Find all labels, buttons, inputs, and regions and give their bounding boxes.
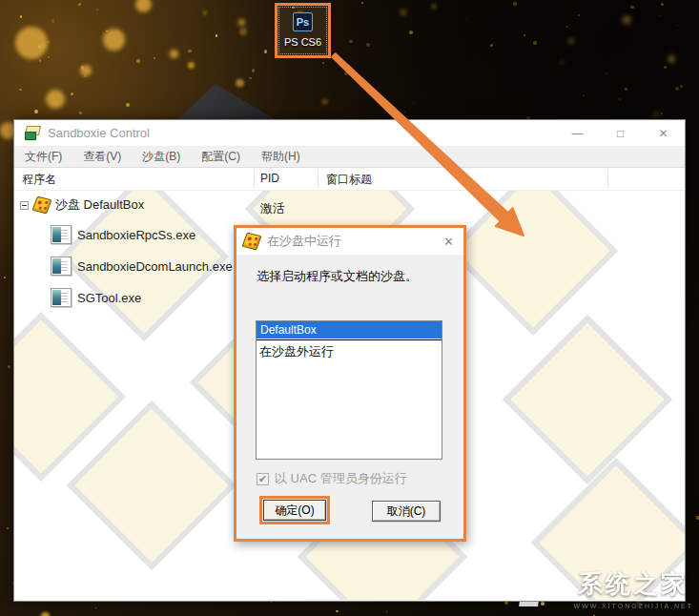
site-logo-icon [513, 566, 563, 610]
process-name: SGTool.exe [77, 291, 141, 305]
close-button[interactable]: ✕ [642, 120, 685, 146]
watermark-colon-dots [566, 583, 570, 595]
window-titlebar[interactable]: Sandboxie Control — □ ✕ [14, 120, 685, 146]
tree-item-process[interactable]: SandboxieDcomLaunch.exe [51, 257, 233, 276]
process-name: SandboxieRpcSs.exe [77, 228, 195, 242]
column-separator [318, 170, 319, 188]
menu-configure[interactable]: 配置(C) [191, 146, 251, 168]
desktop: Ps PS CS6 Sandboxie Control — □ ✕ 文件(F) … [0, 0, 699, 616]
ps-icon-label: PS CS6 [284, 36, 321, 48]
menu-file[interactable]: 文件(F) [14, 146, 72, 168]
sandbox-listbox[interactable]: DefaultBox 在沙盘外运行 [256, 320, 442, 460]
tree-root-sandbox-defaultbox[interactable]: 沙盘 DefaultBox [20, 196, 144, 214]
dialog-titlebar[interactable]: 在沙盘中运行 ✕ [236, 228, 463, 255]
dialog-title: 在沙盘中运行 [267, 233, 341, 250]
site-watermark: 系统之家 WWW.XITONGZHIJIA.NET [513, 566, 693, 610]
tree-item-process[interactable]: SandboxieRpcSs.exe [51, 225, 195, 244]
photoshop-logo-icon: Ps [293, 12, 313, 31]
listbox-item[interactable]: 在沙盘外运行 [257, 342, 442, 360]
menu-help[interactable]: 帮助(H) [251, 146, 311, 168]
column-program-name[interactable]: 程序名 [22, 172, 56, 188]
tree-collapse-icon[interactable] [20, 201, 29, 210]
watermark-site-url: WWW.XITONGZHIJIA.NET [574, 603, 693, 609]
cancel-button[interactable]: 取消(C) [372, 501, 441, 522]
dialog-close-icon[interactable]: ✕ [443, 228, 454, 255]
dialog-prompt-text: 选择启动程序或文档的沙盘。 [257, 268, 418, 285]
process-icon [51, 257, 72, 276]
minimize-button[interactable]: — [556, 120, 599, 146]
process-icon [51, 225, 72, 244]
tree-item-process[interactable]: SGTool.exe [51, 288, 141, 307]
maximize-button[interactable]: □ [599, 120, 642, 146]
diamond-watermark [448, 191, 618, 336]
process-icon [51, 288, 72, 307]
sandbox-icon [241, 233, 261, 251]
column-pid[interactable]: PID [260, 172, 279, 185]
menu-view[interactable]: 查看(V) [72, 146, 132, 168]
sandbox-status: 激活 [260, 200, 285, 217]
uac-checkbox-label: 以 UAC 管理员身份运行 [275, 470, 407, 487]
run-in-sandbox-dialog: 在沙盘中运行 ✕ 选择启动程序或文档的沙盘。 DefaultBox 在沙盘外运行… [234, 225, 466, 542]
uac-checkbox-row[interactable]: ✔ 以 UAC 管理员身份运行 [257, 470, 407, 487]
listbox-item-selected[interactable]: DefaultBox [257, 321, 442, 339]
sandbox-icon [31, 196, 51, 215]
listbox-separator [257, 339, 442, 340]
ps-cs6-desktop-icon[interactable]: Ps PS CS6 [275, 3, 331, 58]
ok-button[interactable]: 确定(O) [263, 500, 326, 521]
sandboxie-app-icon [25, 126, 41, 140]
tree-root-label: 沙盘 DefaultBox [55, 196, 144, 214]
process-name: SandboxieDcomLaunch.exe [77, 259, 233, 274]
menu-sandbox[interactable]: 沙盘(B) [132, 146, 191, 168]
diamond-watermark [503, 315, 672, 484]
watermark-site-name: 系统之家 [578, 567, 689, 601]
column-separator [254, 170, 255, 188]
column-window-title[interactable]: 窗口标题 [326, 172, 372, 188]
window-title: Sandboxie Control [48, 126, 150, 140]
uac-checkbox[interactable]: ✔ [257, 473, 269, 485]
menubar: 文件(F) 查看(V) 沙盘(B) 配置(C) 帮助(H) [14, 146, 685, 168]
list-column-header: 程序名 PID 窗口标题 [14, 168, 685, 191]
column-separator [607, 170, 608, 188]
